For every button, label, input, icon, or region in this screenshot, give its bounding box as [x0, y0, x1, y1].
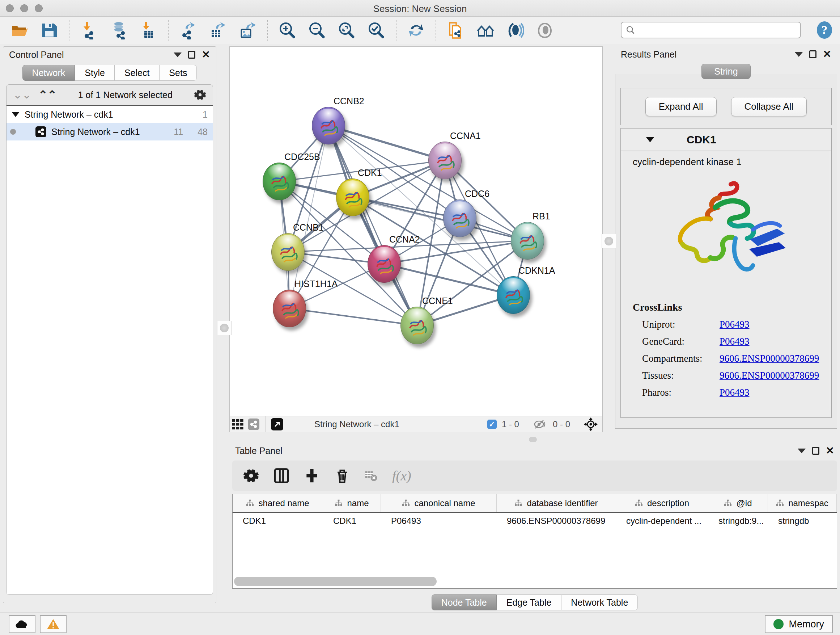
clone-network-icon[interactable] — [447, 21, 465, 40]
column-header-canonical-name[interactable]: canonical name — [381, 494, 497, 512]
close-panel-icon[interactable]: ✕ — [202, 51, 210, 59]
column-type-icon — [402, 499, 410, 507]
expand-all-button[interactable]: Expand All — [645, 97, 717, 116]
panel-menu-icon[interactable] — [174, 52, 182, 57]
left-splitter-handle[interactable] — [217, 321, 232, 335]
tab-style[interactable]: Style — [75, 65, 115, 81]
float-panel-icon[interactable] — [188, 51, 195, 59]
node-HIST1H1A[interactable] — [273, 290, 306, 327]
close-panel-icon[interactable]: ✕ — [823, 50, 831, 58]
zoom-fit-icon[interactable] — [337, 21, 356, 40]
cell[interactable]: cyclin-dependent ... — [616, 513, 708, 530]
node-CDC25B[interactable] — [263, 163, 296, 200]
node-CDKN1A[interactable] — [497, 276, 530, 314]
cell[interactable]: P06493 — [381, 513, 497, 530]
crosslink-link[interactable]: 9606.ENSP00000378699 — [720, 370, 819, 381]
node-CCNE1[interactable] — [401, 307, 434, 344]
import-network-database-icon[interactable] — [109, 21, 128, 40]
tab-string[interactable]: String — [701, 64, 750, 79]
edge-CCNB2-CCNA1[interactable] — [328, 126, 445, 160]
panel-menu-icon[interactable] — [795, 52, 803, 57]
open-session-icon[interactable] — [10, 21, 29, 40]
gear-icon[interactable] — [194, 89, 206, 101]
edge-HIST1H1A-CCNE1[interactable] — [289, 309, 417, 325]
export-table-icon[interactable] — [208, 21, 227, 40]
homes-icon[interactable] — [476, 21, 495, 40]
collapse-all-icon[interactable]: ⌄⌄ — [13, 89, 31, 100]
import-table-file-icon[interactable] — [139, 21, 158, 40]
cell[interactable]: stringdb:9... — [708, 513, 768, 530]
tab-network[interactable]: Network — [22, 65, 75, 81]
cell[interactable]: stringdb — [768, 513, 837, 530]
grid-view-icon[interactable] — [230, 418, 246, 431]
create-column-icon[interactable] — [304, 468, 320, 484]
table-settings-gear-icon[interactable] — [243, 468, 259, 484]
float-panel-icon[interactable] — [809, 50, 816, 58]
zoom-selected-icon[interactable] — [367, 21, 386, 40]
tab-sets[interactable]: Sets — [159, 65, 197, 81]
help-icon[interactable]: ? — [816, 21, 833, 39]
cell[interactable]: 9606.ENSP00000378699 — [497, 513, 616, 530]
collapse-all-button[interactable]: Collapse All — [731, 97, 807, 116]
network-canvas[interactable]: CCNB2CCNA1CDC25BCDK1CDC6RB1CCNB1CCNA2CDK… — [230, 47, 602, 416]
node-CDC6[interactable] — [443, 200, 477, 237]
network-row-selected[interactable]: String Network – cdk1 11 48 — [6, 123, 213, 141]
panel-menu-icon[interactable] — [798, 448, 806, 453]
node-CCNA2[interactable] — [368, 245, 401, 283]
node-RB1[interactable] — [511, 222, 544, 260]
column-header-name[interactable]: name — [323, 494, 381, 512]
cell[interactable]: CDK1 — [323, 513, 381, 530]
node-CCNA1[interactable] — [428, 141, 462, 179]
section-collapse-icon[interactable] — [646, 137, 654, 142]
zoom-out-icon[interactable] — [308, 21, 326, 40]
node-CCNB1[interactable] — [271, 233, 305, 271]
close-panel-icon[interactable]: ✕ — [826, 447, 834, 455]
column-header-namespac[interactable]: namespac — [768, 494, 837, 512]
export-image-icon[interactable] — [238, 21, 257, 40]
horizontal-splitter-handle[interactable] — [529, 437, 537, 442]
hidden-eye-icon[interactable] — [532, 418, 548, 431]
tab-node-table[interactable]: Node Table — [431, 594, 497, 610]
import-network-file-icon[interactable] — [80, 21, 98, 40]
table-row[interactable]: CDK1CDK1P064939606.ENSP00000378699cyclin… — [233, 513, 837, 530]
tab-network-table[interactable]: Network Table — [561, 594, 638, 610]
crosslink-link[interactable]: P06493 — [720, 319, 750, 330]
node-CCNB2[interactable] — [312, 107, 345, 144]
expand-all-icon[interactable]: ⌃⌃ — [38, 89, 57, 100]
warnings-button[interactable] — [40, 615, 66, 633]
column-header-description[interactable]: description — [616, 494, 708, 512]
delete-column-icon[interactable] — [334, 468, 350, 484]
column-header-@id[interactable]: @id — [708, 494, 768, 512]
network-collection-row[interactable]: String Network – cdk1 1 — [6, 106, 213, 123]
eye-icon[interactable] — [535, 21, 554, 40]
crosslink-link[interactable]: 9606.ENSP00000378699 — [720, 353, 819, 364]
collection-expand-icon[interactable] — [11, 112, 19, 117]
tab-select[interactable]: Select — [115, 65, 159, 81]
node-CDK1[interactable] — [336, 179, 369, 216]
show-columns-icon[interactable] — [273, 468, 289, 484]
float-panel-icon[interactable] — [812, 447, 819, 455]
column-header-shared-name[interactable]: shared name — [233, 494, 323, 512]
birds-eye-icon[interactable] — [583, 418, 599, 431]
node-label-CCNA2: CCNA2 — [389, 234, 420, 245]
export-network-icon[interactable] — [179, 21, 197, 40]
hide-eye-icon[interactable] — [506, 21, 524, 40]
selected-checkbox-icon[interactable]: ✓ — [487, 420, 497, 429]
refresh-icon[interactable] — [407, 21, 425, 40]
horizontal-scrollbar[interactable] — [234, 577, 437, 586]
cloud-status-button[interactable] — [9, 615, 35, 633]
edge-CCNB2-CCNE1[interactable] — [328, 126, 417, 325]
network-view-icon[interactable] — [246, 418, 262, 431]
crosslink-link[interactable]: P06493 — [720, 336, 750, 347]
crosslink-link[interactable]: P06493 — [720, 387, 750, 398]
right-splitter-handle[interactable] — [602, 234, 616, 249]
edge-CCNA2-CDKN1A[interactable] — [384, 264, 513, 295]
column-header-database-identifier[interactable]: database identifier — [497, 494, 616, 512]
memory-button[interactable]: Memory — [765, 615, 833, 633]
cell[interactable]: CDK1 — [233, 513, 323, 530]
zoom-in-icon[interactable] — [278, 21, 297, 40]
save-session-icon[interactable] — [40, 21, 58, 40]
search-input[interactable] — [635, 23, 800, 37]
tab-edge-table[interactable]: Edge Table — [497, 594, 561, 610]
detach-view-icon[interactable] — [269, 418, 285, 431]
